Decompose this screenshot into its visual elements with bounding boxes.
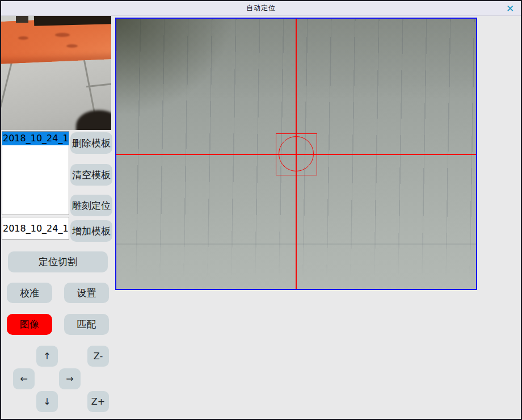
roi-circle-overlay [279,136,314,171]
settings-button[interactable]: 设置 [64,283,109,303]
jog-left-button[interactable]: ← [13,368,35,389]
template-name-input[interactable] [2,217,69,240]
jog-right-button[interactable]: → [59,368,81,389]
template-list[interactable]: 2018_10_24_11 [2,131,69,215]
match-button[interactable]: 匹配 [64,314,109,335]
camera-live-view [115,18,477,290]
engrave-position-button[interactable]: 雕刻定位 [70,195,112,216]
jog-up-button[interactable]: ↑ [36,346,58,367]
tile-grout-line [86,82,111,87]
clear-templates-button[interactable]: 清空模板 [70,164,112,186]
position-cut-button[interactable]: 定位切割 [8,251,108,272]
auto-position-dialog: 自动定位 ✕ 2018_10_24_11 删除模板 清空模板 雕刻定位 增加模板… [0,0,522,420]
template-list-item[interactable]: 2018_10_24_11 [2,132,69,145]
jog-z-plus-button[interactable]: Z+ [87,391,109,412]
dark-object-chip [16,16,28,23]
dialog-title: 自动定位 [246,3,276,13]
tile-grout-line [1,56,14,130]
orange-beam-mark [55,33,70,37]
calibrate-button[interactable]: 校准 [7,283,52,303]
close-icon[interactable]: ✕ [503,2,517,15]
add-template-button[interactable]: 增加模板 [70,220,112,242]
jog-down-button[interactable]: ↓ [36,391,58,412]
image-button[interactable]: 图像 [7,314,52,335]
orange-beam-mark [66,44,78,48]
title-bar: 自动定位 ✕ [1,1,521,16]
dark-object-bottom [76,110,111,130]
template-thumbnail-preview [1,16,111,130]
orange-beam-mark [18,36,28,40]
delete-template-button[interactable]: 删除模板 [70,132,112,154]
jog-z-minus-button[interactable]: Z- [87,346,109,367]
